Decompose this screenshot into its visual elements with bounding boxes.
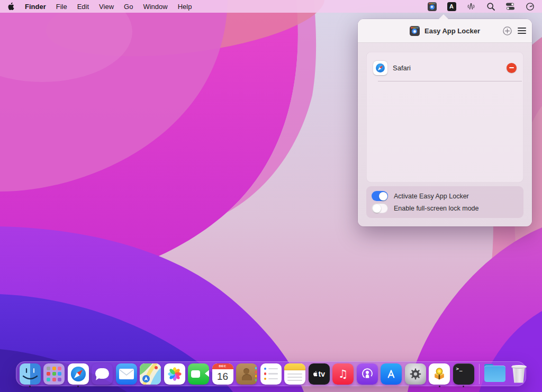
gear-icon — [405, 363, 426, 385]
minus-icon — [509, 67, 514, 68]
clock-icon[interactable] — [525, 2, 535, 11]
facetime-icon — [188, 363, 209, 385]
easyfind-icon — [429, 363, 450, 385]
hamburger-menu-button[interactable] — [518, 28, 526, 34]
dock: DEC 16 tv — [16, 361, 526, 386]
dock-item-appstore[interactable] — [380, 362, 403, 385]
settings-panel: Activate Easy App Locker Enable full-scr… — [366, 186, 523, 218]
dock-item-calendar[interactable]: DEC 16 — [211, 362, 234, 385]
locked-app-row-safari[interactable]: Safari — [366, 57, 523, 79]
dock-separator — [479, 364, 480, 384]
calendar-month: DEC — [212, 363, 233, 369]
dock-item-safari[interactable] — [67, 362, 89, 385]
contacts-icon — [236, 363, 257, 385]
row-divider — [378, 81, 522, 81]
easy-app-locker-app-icon — [410, 26, 420, 36]
menu-go[interactable]: Go — [124, 3, 133, 11]
control-center-icon[interactable] — [505, 2, 515, 11]
reminders-icon — [260, 363, 282, 385]
dock-item-facetime[interactable] — [187, 362, 210, 385]
terminal-icon: >_ — [453, 363, 474, 385]
dock-item-podcasts[interactable] — [356, 362, 378, 385]
menubar-active-app[interactable]: Finder — [25, 3, 46, 11]
music-note-glyph: ♫ — [338, 368, 348, 380]
easy-app-locker-menubar-icon[interactable] — [427, 2, 437, 11]
popover-header: Easy App Locker — [358, 19, 532, 43]
dock-item-messages[interactable] — [91, 362, 114, 385]
dock-item-appletv[interactable]: tv — [308, 362, 330, 385]
apple-menu[interactable] — [7, 2, 15, 11]
messages-icon — [92, 363, 113, 385]
fullscreen-toggle-label: Enable full-screen lock mode — [394, 205, 479, 212]
menu-help[interactable]: Help — [178, 3, 192, 11]
dock-item-folder[interactable] — [483, 362, 506, 385]
input-source-icon[interactable]: A — [447, 2, 456, 11]
dock-item-launchpad[interactable] — [43, 362, 66, 385]
locked-apps-list: Safari — [366, 52, 523, 183]
dock-item-system-preferences[interactable] — [404, 362, 427, 385]
remove-app-button[interactable] — [507, 63, 517, 73]
calendar-icon: DEC 16 — [212, 363, 233, 385]
dock-item-finder[interactable] — [19, 362, 41, 385]
activate-toggle-row: Activate Easy App Locker — [372, 191, 518, 201]
activate-toggle-label: Activate Easy App Locker — [394, 193, 469, 200]
menu-window[interactable]: Window — [143, 3, 167, 11]
terminal-prompt: >_ — [456, 366, 463, 371]
app-store-icon — [381, 363, 402, 385]
safari-dock-icon — [68, 363, 89, 385]
dock-item-mail[interactable] — [115, 362, 138, 385]
activate-toggle[interactable] — [372, 191, 388, 201]
locked-app-name: Safari — [393, 64, 411, 72]
antenna-icon[interactable] — [466, 2, 476, 11]
dock-item-terminal[interactable]: >_ — [452, 362, 475, 385]
apple-tv-icon: tv — [309, 363, 330, 385]
menu-bar: Finder File Edit View Go Window Help A — [0, 0, 542, 13]
podcasts-icon — [357, 363, 378, 385]
music-icon: ♫ — [332, 363, 354, 385]
add-app-button[interactable] — [503, 26, 512, 35]
apple-logo-icon — [7, 2, 14, 11]
appletv-label: tv — [319, 370, 325, 378]
dock-item-photos[interactable] — [163, 362, 186, 385]
easy-app-locker-popover: Easy App Locker — [358, 19, 532, 226]
dock-item-reminders[interactable] — [259, 362, 282, 385]
trash-icon — [508, 363, 529, 385]
dock-item-contacts[interactable] — [236, 362, 258, 385]
calendar-day: 16 — [212, 369, 233, 385]
dock-item-maps[interactable] — [139, 362, 162, 385]
dock-item-notes[interactable] — [284, 362, 306, 385]
dock-item-music[interactable]: ♫ — [332, 362, 355, 385]
notes-icon — [284, 363, 305, 385]
fullscreen-toggle-row: Enable full-screen lock mode — [372, 203, 518, 213]
dock-item-trash[interactable] — [508, 362, 530, 385]
popover-title: Easy App Locker — [424, 27, 480, 35]
mail-icon — [116, 363, 137, 385]
safari-icon — [373, 61, 387, 75]
menu-view[interactable]: View — [99, 3, 114, 11]
fullscreen-lock-toggle[interactable] — [372, 203, 388, 213]
photos-icon — [164, 363, 185, 385]
folder-icon — [484, 363, 505, 385]
dock-item-easyfind[interactable] — [428, 362, 451, 385]
finder-icon — [20, 363, 41, 385]
menu-file[interactable]: File — [56, 3, 67, 11]
spotlight-icon[interactable] — [486, 2, 495, 11]
launchpad-icon — [43, 363, 65, 385]
maps-icon — [140, 363, 161, 385]
menu-edit[interactable]: Edit — [77, 3, 89, 11]
apple-logo-small-icon — [313, 371, 318, 377]
